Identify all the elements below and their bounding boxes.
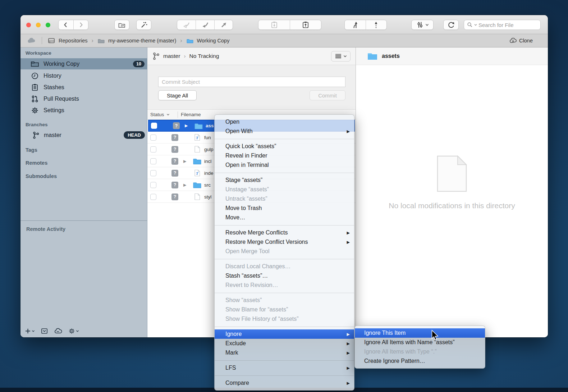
menu-item-resolve-merge-conflicts[interactable]: Resolve Merge Conflicts▶: [215, 228, 354, 237]
stash-pop-button[interactable]: [258, 20, 290, 29]
menu-separator: [215, 225, 354, 225]
tags-header[interactable]: Tags: [26, 147, 37, 153]
minimize-window-button[interactable]: [36, 23, 41, 27]
empty-document-icon: [437, 155, 467, 192]
disclosure-triangle-icon[interactable]: ▶: [185, 123, 188, 128]
clone-button[interactable]: Clone: [509, 37, 533, 44]
submenu-item-ignore-this-item[interactable]: Ignore This Item: [355, 328, 485, 338]
stash-save-button[interactable]: [290, 20, 321, 29]
context-menu: Open Open With▶ Quick Look “assets” Reve…: [214, 114, 354, 391]
sidebar-item-stashes[interactable]: Stashes: [20, 82, 147, 93]
stage-actions-group: [177, 20, 233, 30]
back-button[interactable]: [59, 20, 73, 29]
menu-separator: [215, 293, 354, 293]
settings-menu-button[interactable]: [68, 328, 79, 334]
open-repository-button[interactable]: [114, 20, 129, 30]
refresh-button[interactable]: [443, 20, 459, 30]
search-field[interactable]: Search for File: [464, 20, 541, 30]
remote-activity-header: Remote Activity: [26, 226, 65, 232]
folder-icon: [193, 158, 201, 165]
stage-checkbox[interactable]: [150, 158, 156, 164]
pull-button[interactable]: [345, 20, 366, 29]
stage-checkbox[interactable]: [150, 170, 156, 176]
sidebar-item-settings[interactable]: Settings: [20, 105, 147, 116]
sidebar-item-history[interactable]: History: [20, 70, 147, 81]
stage-checkbox[interactable]: [150, 194, 156, 200]
menu-item-move-to-trash[interactable]: Move to Trash: [215, 204, 354, 213]
close-window-button[interactable]: [26, 23, 31, 27]
refresh-icon: [447, 21, 455, 29]
branch-actions-button[interactable]: [411, 20, 434, 30]
commit-subject-input[interactable]: [158, 77, 345, 87]
menu-separator: [215, 327, 354, 327]
count-badge: 10: [133, 61, 145, 67]
forward-button[interactable]: [73, 20, 88, 29]
zoom-window-button[interactable]: [46, 23, 50, 27]
menu-item-move[interactable]: Move…: [215, 213, 354, 222]
actions-button[interactable]: [136, 20, 151, 30]
menu-item-exclude[interactable]: Exclude▶: [215, 339, 354, 348]
menu-item-open[interactable]: Open: [215, 117, 354, 127]
status-untracked-badge: ?: [171, 193, 178, 200]
cloud-icon[interactable]: [54, 328, 62, 334]
menu-item-reveal-in-finder[interactable]: Reveal in Finder: [215, 151, 354, 160]
submenu-arrow-icon: ▶: [347, 231, 350, 235]
menu-item-compare[interactable]: Compare▶: [215, 378, 354, 388]
breadcrumb-working-copy[interactable]: Working Copy: [197, 38, 230, 44]
mouse-cursor: [430, 330, 439, 341]
code-file-icon: T: [193, 169, 201, 177]
stage-button[interactable]: [214, 20, 233, 29]
disclosure-triangle-icon[interactable]: ▶: [183, 159, 186, 164]
menu-item-lfs[interactable]: LFS▶: [215, 363, 354, 373]
menu-item-mark[interactable]: Mark▶: [215, 348, 354, 357]
search-icon: [467, 22, 473, 28]
sidebar-item-pull-requests[interactable]: Pull Requests: [20, 93, 147, 104]
menu-item-stage[interactable]: Stage “assets”: [215, 176, 354, 185]
stage-all-button[interactable]: Stage All: [158, 90, 197, 100]
menu-item-stash[interactable]: Stash “assets”…: [215, 271, 354, 281]
menu-item-open-with[interactable]: Open With▶: [215, 127, 354, 136]
menu-item-restore-merge-conflict-versions[interactable]: Restore Merge Conflict Versions▶: [215, 237, 354, 247]
folder-return-icon: [118, 21, 126, 28]
column-divider[interactable]: [178, 111, 178, 118]
push-button[interactable]: [366, 20, 386, 29]
filename-column-header[interactable]: Filename: [181, 112, 201, 117]
remotes-header[interactable]: Remotes: [26, 160, 47, 166]
cloud-icon[interactable]: [27, 37, 36, 44]
commit-button[interactable]: Commit: [310, 90, 345, 100]
file-name: gulp: [204, 147, 214, 152]
menu-item-quick-look[interactable]: Quick Look “assets”: [215, 142, 354, 151]
unstage-button[interactable]: [196, 20, 214, 29]
breadcrumb-chevron: ›: [179, 37, 183, 44]
clock-icon: [31, 72, 39, 80]
status-untracked-badge: ?: [171, 146, 178, 153]
menu-item-discard-local-changes: Discard Local Changes…: [215, 262, 354, 271]
menu-item-ignore[interactable]: Ignore▶: [215, 329, 354, 339]
add-button[interactable]: [25, 328, 35, 334]
sidebar-item-master[interactable]: master HEAD: [20, 129, 147, 141]
inbox-icon[interactable]: [41, 328, 48, 334]
status-untracked-badge: ?: [171, 158, 178, 165]
status-column-header[interactable]: Status: [147, 112, 178, 117]
stage-checkbox[interactable]: [150, 146, 156, 152]
breadcrumb-repositories[interactable]: Repositories: [59, 38, 88, 44]
divider: [20, 220, 147, 221]
stage-checkbox[interactable]: [150, 135, 156, 141]
stage-checkbox[interactable]: [151, 123, 157, 129]
current-branch[interactable]: master: [163, 53, 180, 59]
chevron-down-icon: [32, 330, 35, 332]
submenu-item-create-ignore-pattern[interactable]: Create Ignore Pattern…: [355, 356, 485, 366]
magic-wand-icon: [140, 21, 148, 29]
discard-button[interactable]: [177, 20, 196, 29]
breadcrumb-repo[interactable]: my-awesome-theme (master): [108, 38, 176, 44]
submenu-item-ignore-all-with-name[interactable]: Ignore All Items with Name “assets”: [355, 338, 485, 347]
disclosure-triangle-icon[interactable]: ▶: [183, 183, 186, 187]
hamburger-icon: [335, 54, 342, 59]
submodules-header[interactable]: Submodules: [26, 173, 57, 179]
stage-checkbox[interactable]: [150, 182, 156, 188]
list-options-button[interactable]: [331, 51, 351, 61]
tracking-status[interactable]: No Tracking: [189, 53, 219, 59]
branches-header[interactable]: Branches: [26, 122, 48, 127]
menu-item-open-in-terminal[interactable]: Open in Terminal: [215, 160, 354, 170]
sidebar-item-working-copy[interactable]: Working Copy 10: [20, 58, 147, 69]
